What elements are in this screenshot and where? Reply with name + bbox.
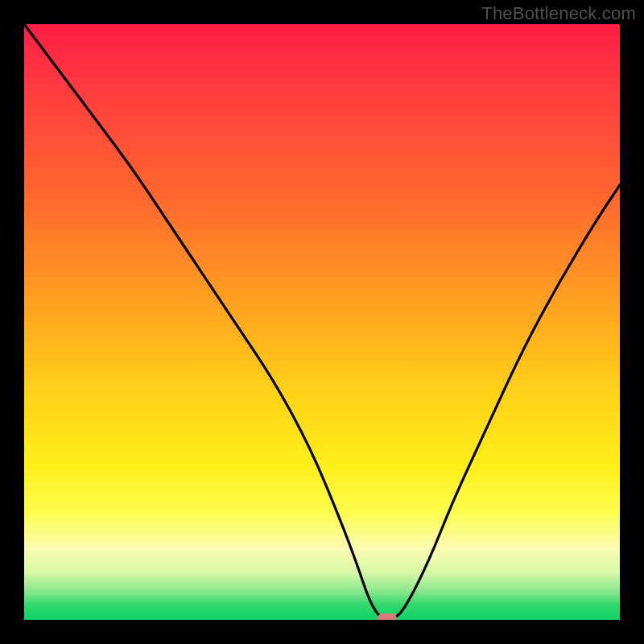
bottleneck-curve: [24, 24, 620, 620]
plot-area: [24, 24, 620, 620]
optimal-point-marker: [378, 613, 397, 620]
watermark-text: TheBottleneck.com: [481, 3, 636, 24]
chart-frame: TheBottleneck.com: [0, 0, 644, 644]
